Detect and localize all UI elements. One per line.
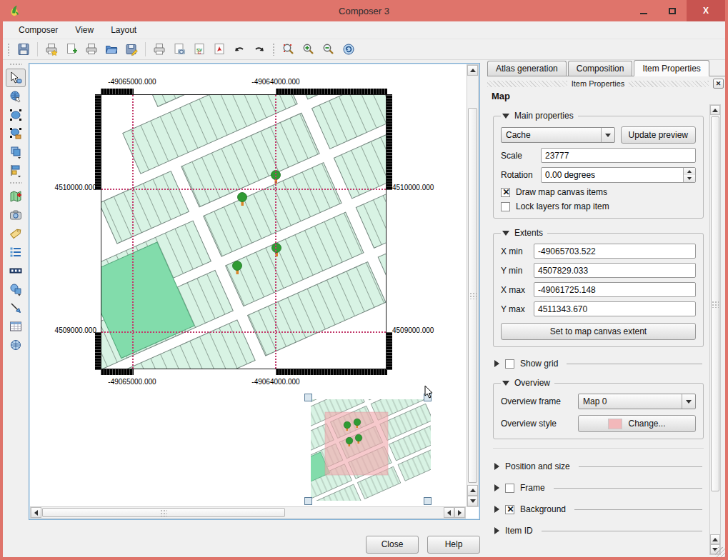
group-header-main-properties[interactable]: Main properties [501,111,578,121]
close-window-button[interactable]: X [687,0,725,21]
undo-button[interactable] [231,41,248,58]
group-header-overview[interactable]: Overview [501,378,554,388]
add-label-button[interactable] [6,224,26,243]
xmax-input[interactable]: -49061725.148 [534,282,696,297]
scroll-left-button[interactable] [444,507,454,518]
rotation-spinbox[interactable]: 0.00 degrees [541,167,696,183]
menu-composer[interactable]: Composer [11,23,65,37]
hscroll-thumb[interactable] [42,508,285,517]
toolbox-grip[interactable] [9,63,22,66]
draw-map-canvas-items-checkbox[interactable] [501,188,510,197]
add-new-map-button[interactable] [6,187,26,206]
group-items-button[interactable] [6,106,26,124]
new-composer-button[interactable] [43,41,60,58]
align-items-button[interactable] [6,161,26,180]
section-frame[interactable]: Frame [494,483,702,493]
canvas-hscrollbar[interactable] [30,506,466,519]
overview-style-change-button[interactable]: Change... [578,415,696,432]
zoom-out-button[interactable] [320,41,337,58]
minimize-button[interactable] [629,0,658,21]
combo-dropdown-button[interactable] [601,128,614,142]
spin-buttons[interactable] [683,168,695,182]
vscroll-thumb[interactable] [711,116,719,491]
section-background[interactable]: Background [494,504,702,514]
duplicate-composer-button[interactable] [63,41,80,58]
scroll-right-button[interactable] [454,507,465,518]
scroll-down-button[interactable] [467,496,478,506]
toolbox-grip[interactable] [9,181,22,185]
dock-close-button[interactable]: ✕ [713,79,724,89]
map-item-content [101,95,386,369]
frame-checkbox[interactable] [505,484,514,493]
save-template-button[interactable] [123,41,140,58]
scroll-left-button[interactable] [31,507,41,518]
section-show-grid[interactable]: Show grid [494,359,702,369]
vscroll-thumb[interactable] [468,108,477,483]
group-header-extents[interactable]: Extents [501,228,547,238]
print-button[interactable] [151,41,168,58]
menu-layout[interactable]: Layout [104,23,144,37]
window-resize-grip[interactable] [715,547,725,557]
help-button[interactable]: Help [427,536,480,554]
map-item-frame[interactable] [101,94,387,369]
scroll-up-button[interactable] [710,105,720,115]
thumb-grip [712,301,719,308]
zoom-full-button[interactable] [280,41,297,58]
export-pdf-button[interactable] [211,41,228,58]
overview-map-item[interactable] [311,399,431,501]
scroll-up-button[interactable] [467,485,478,496]
canvas-vscrollbar[interactable] [467,64,479,507]
lock-layers-checkbox[interactable] [501,202,510,211]
combo-dropdown-button[interactable] [682,394,695,409]
dock-titlebar[interactable]: Item Properties ✕ [487,78,724,89]
preview-mode-combo[interactable]: Cache [501,127,615,143]
save-composition-button[interactable] [15,41,32,58]
add-legend-button[interactable] [6,243,26,261]
export-svg-button[interactable]: SVG [191,41,208,58]
section-position-and-size[interactable]: Position and size [494,461,702,471]
add-arrow-button[interactable] [6,299,26,317]
xmin-input[interactable]: -49065703.522 [534,244,696,259]
toolbar-grip[interactable] [7,43,11,56]
scale-input[interactable]: 23777 [541,148,696,163]
spin-down-button[interactable] [684,175,695,182]
move-item-content-button[interactable] [6,87,26,106]
menu-view[interactable]: View [68,23,101,37]
export-image-button[interactable] [171,41,188,58]
show-grid-checkbox[interactable] [505,359,514,369]
selection-handle[interactable] [304,497,312,505]
composition-canvas[interactable]: -49065000.000 -49064000.000 -49065000.00… [29,63,480,520]
load-template-button[interactable] [103,41,120,58]
tab-item-properties[interactable]: Item Properties [634,60,709,76]
overview-frame-combo[interactable]: Map 0 [578,394,696,409]
select-move-item-button[interactable] [6,69,26,87]
set-to-map-canvas-extent-button[interactable]: Set to map canvas extent [501,323,696,340]
scroll-up-button[interactable] [710,534,720,544]
close-button[interactable]: Close [366,536,419,554]
spin-up-button[interactable] [684,168,695,175]
section-item-id[interactable]: Item ID [494,526,702,536]
refresh-view-button[interactable] [340,41,357,58]
raise-items-button[interactable] [6,143,26,161]
ymin-input[interactable]: 4507829.033 [534,263,696,278]
tab-composition[interactable]: Composition [568,61,633,76]
selection-handle[interactable] [304,394,312,401]
background-checkbox[interactable] [505,505,514,514]
toolbar-grip[interactable] [272,43,276,56]
maximize-button[interactable] [658,0,687,21]
add-shape-button[interactable] [6,280,26,299]
selection-handle[interactable] [424,497,432,505]
composer-manager-button[interactable] [83,41,100,58]
update-preview-button[interactable]: Update preview [621,126,696,144]
add-html-frame-button[interactable] [6,336,26,354]
scroll-up-button[interactable] [467,65,478,76]
tab-atlas-generation[interactable]: Atlas generation [487,61,567,76]
redo-button[interactable] [251,41,268,58]
ungroup-items-button[interactable] [6,124,26,143]
add-image-button[interactable] [6,206,26,224]
ymax-input[interactable]: 4511343.670 [534,301,696,316]
add-scalebar-button[interactable] [6,261,26,280]
panel-vscrollbar[interactable] [709,104,721,555]
add-attribute-table-button[interactable] [6,317,26,336]
zoom-in-button[interactable] [300,41,317,58]
